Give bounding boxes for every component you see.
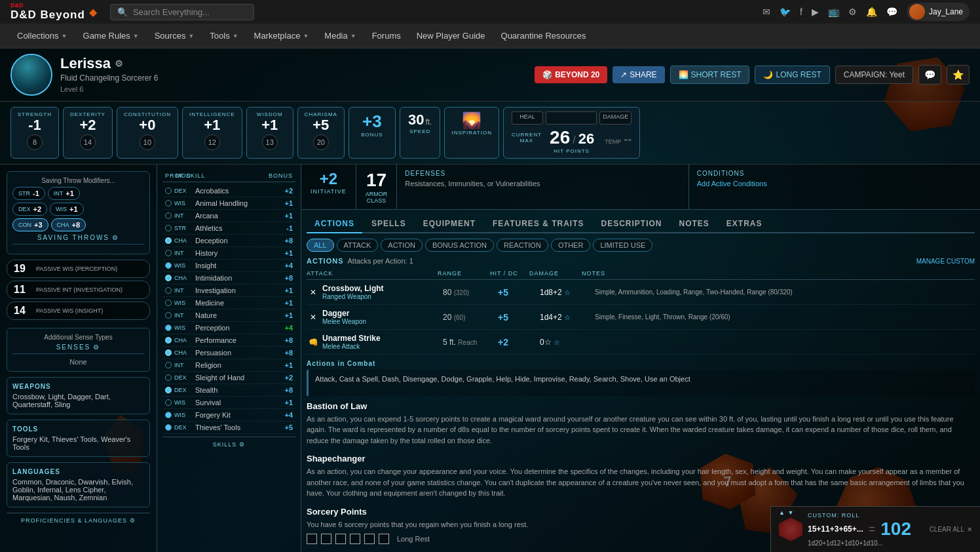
attack-dagger[interactable]: ✕ Dagger Melee Weapon 20 (60) +5 1d4+2 ☆ (307, 305, 975, 330)
skill-history[interactable]: INT History +1 (162, 247, 295, 260)
sp-box-5[interactable] (364, 534, 375, 544)
youtube-icon[interactable]: ▶ (812, 7, 819, 17)
heal-button[interactable]: HEAL (512, 111, 543, 125)
skill-dot (165, 250, 172, 256)
skill-athletics[interactable]: STR Athletics -1 (162, 222, 295, 235)
nav-marketplace[interactable]: Marketplace ▼ (248, 24, 316, 49)
char-settings-icon[interactable]: ⚙ (115, 58, 123, 69)
throw-wis[interactable]: WIS +1 (50, 203, 84, 216)
sp-box-2[interactable] (321, 534, 331, 544)
senses-settings-icon[interactable]: ⚙ (93, 344, 100, 351)
nav-sources[interactable]: Sources ▼ (148, 24, 201, 49)
throw-dex[interactable]: DEX +2 (12, 203, 47, 216)
inspiration-block[interactable]: 🌄 INSPIRATION (444, 107, 499, 159)
damage-button[interactable]: DAMAGE (599, 111, 631, 125)
skill-stealth[interactable]: DEX Stealth +8 (162, 384, 295, 397)
search-bar[interactable]: 🔍 Search Everything... (110, 4, 254, 20)
throw-con[interactable]: CON +3 (12, 218, 48, 231)
skill-investigation[interactable]: INT Investigation +1 (162, 285, 295, 297)
nav-tools[interactable]: Tools ▼ (203, 24, 244, 49)
skill-thieves-tools[interactable]: DEX Thieves' Tools +5 (162, 422, 295, 434)
skill-dot (165, 212, 172, 219)
long-rest-button[interactable]: 🌙 LONG REST (755, 66, 829, 84)
bell-icon[interactable]: 🔔 (866, 7, 877, 17)
tab-features-traits[interactable]: FEATURES & TRAITS (485, 215, 592, 232)
twitter-icon[interactable]: 🐦 (780, 7, 791, 17)
skills-settings-icon[interactable]: ⚙ (239, 441, 245, 448)
user-badge[interactable]: Jay_Lane (907, 3, 970, 21)
roll-up-icon[interactable]: ▲ ▼ (779, 509, 794, 516)
nav-new-player-guide[interactable]: New Player Guide (410, 24, 492, 49)
filter-all[interactable]: ALL (307, 239, 334, 252)
facebook-icon[interactable]: f (800, 7, 802, 17)
throw-int[interactable]: INT +1 (48, 187, 80, 200)
tab-actions[interactable]: ACTIONS (307, 215, 362, 233)
stat-intelligence[interactable]: INTELLIGENCE +1 12 (182, 107, 242, 159)
skill-acrobatics[interactable]: DEX Acrobatics +2 (162, 185, 295, 197)
message-icon[interactable]: ✉ (763, 7, 770, 17)
skill-performance[interactable]: CHA Performance +8 (162, 334, 295, 347)
skill-survival[interactable]: WIS Survival +1 (162, 397, 295, 409)
skill-arcana[interactable]: INT Arcana +1 (162, 210, 295, 222)
stat-wisdom[interactable]: WISDOM +1 13 (246, 107, 293, 159)
tab-equipment[interactable]: EQUIPMENT (415, 215, 483, 232)
nav-collections[interactable]: Collections ▼ (10, 24, 74, 49)
attack-crossbow[interactable]: ✕ Crossbow, Light Ranged Weapon 80 (320)… (307, 280, 975, 305)
sp-box-4[interactable] (350, 534, 360, 544)
filter-attack[interactable]: ATTACK (337, 239, 379, 252)
senses-section: Additional Sense Types SENSES ⚙ None (7, 328, 150, 372)
throw-cha[interactable]: CHA +8 (51, 218, 86, 231)
skills-footer[interactable]: SKILLS ⚙ (162, 437, 295, 448)
chat-button[interactable]: 💬 (918, 65, 941, 85)
saving-throws-settings-icon[interactable]: ⚙ (112, 234, 119, 241)
tab-spells[interactable]: SPELLS (364, 215, 414, 232)
manage-custom-link[interactable]: MANAGE CUSTOM (916, 258, 975, 265)
sp-box-1[interactable] (307, 534, 317, 544)
clear-all-button[interactable]: CLEAR ALL ✕ (930, 526, 972, 533)
stat-charisma[interactable]: CHARISMA +5 20 (297, 107, 345, 159)
skill-medicine[interactable]: WIS Medicine +1 (162, 297, 295, 309)
filter-limited-use[interactable]: LIMITED USE (593, 239, 652, 252)
filter-other[interactable]: OTHER (551, 239, 591, 252)
settings-icon[interactable]: ⚙ (848, 7, 857, 17)
skill-intimidation[interactable]: CHA Intimidation +8 (162, 272, 295, 285)
stat-strength[interactable]: STRENGTH -1 8 (10, 107, 59, 159)
stat-constitution[interactable]: CONSTITUTION +0 10 (117, 107, 178, 159)
share-button[interactable]: ↗ SHARE (612, 66, 664, 83)
logo[interactable]: D&D D&D Beyond ◆ (10, 3, 97, 22)
throw-str[interactable]: STR -1 (12, 187, 45, 200)
attack-unarmed[interactable]: 👊 Unarmed Strike Melee Attack 5 ft. Reac… (307, 330, 975, 355)
skill-forgery-kit[interactable]: WIS Forgery Kit +4 (162, 409, 295, 422)
add-condition-button[interactable]: Add Active Conditions (697, 180, 972, 187)
star-button[interactable]: ⭐ (947, 65, 970, 85)
nav-game-rules[interactable]: Game Rules ▼ (77, 24, 145, 49)
proficiencies-footer[interactable]: PROFICIENCIES & LANGUAGES ⚙ (7, 513, 150, 524)
skill-animal-handling[interactable]: WIS Animal Handling +1 (162, 197, 295, 210)
tab-extras[interactable]: EXTRAS (719, 215, 770, 232)
stat-dexterity[interactable]: DEXTERITY +2 14 (63, 107, 113, 159)
skill-insight[interactable]: WIS Insight +4 (162, 260, 295, 272)
skill-deception[interactable]: CHA Deception +8 (162, 235, 295, 247)
skill-sleight-of-hand[interactable]: DEX Sleight of Hand +2 (162, 372, 295, 384)
nav-forums[interactable]: Forums (366, 24, 407, 49)
skill-nature[interactable]: INT Nature +1 (162, 309, 295, 322)
tab-notes[interactable]: NOTES (671, 215, 717, 232)
chat-icon[interactable]: 💬 (886, 7, 897, 17)
nav-media[interactable]: Media ▼ (318, 24, 362, 49)
beyond20-button[interactable]: 🎲 BEYOND 20 (535, 66, 607, 83)
short-rest-button[interactable]: 🌅 SHORT REST (670, 66, 750, 84)
sp-box-6[interactable] (379, 534, 389, 544)
nav-quarantine-resources[interactable]: Quarantine Resources (495, 24, 593, 49)
char-portrait[interactable] (10, 54, 52, 96)
prof-settings-icon[interactable]: ⚙ (130, 517, 136, 524)
tab-description[interactable]: DESCRIPTION (593, 215, 669, 232)
filter-action[interactable]: ACTION (381, 239, 423, 252)
filter-bonus-action[interactable]: BONUS ACTION (425, 239, 494, 252)
skill-religion[interactable]: INT Religion +1 (162, 359, 295, 372)
filter-reaction[interactable]: REACTION (497, 239, 548, 252)
sp-box-3[interactable] (335, 534, 346, 544)
skill-perception[interactable]: WIS Perception +4 (162, 322, 295, 334)
twitch-icon[interactable]: 📺 (828, 7, 839, 17)
skill-persuasion[interactable]: CHA Persuasion +8 (162, 347, 295, 359)
campaign-button[interactable]: CAMPAIGN: Yeet (835, 66, 913, 84)
